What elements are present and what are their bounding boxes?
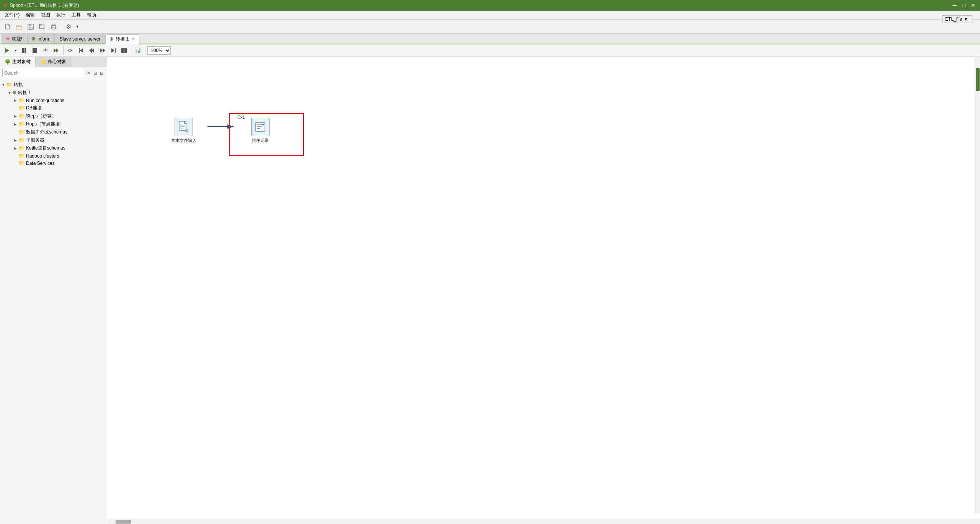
stepfwd-button[interactable]: [98, 46, 108, 55]
menu-file[interactable]: 文件(F): [2, 11, 23, 19]
tab-inform[interactable]: ✳ inform: [27, 34, 54, 44]
tree-db-connection[interactable]: ▶ 📁 DB连接: [0, 104, 107, 112]
open-button[interactable]: [14, 21, 24, 32]
svg-rect-11: [22, 48, 24, 53]
svg-rect-34: [256, 122, 265, 132]
tab-slave[interactable]: Slave server: server: [56, 34, 105, 44]
settings-button[interactable]: ⚙: [63, 21, 74, 32]
tree-sub-server[interactable]: ▶ 📁 子服务器: [0, 136, 107, 144]
menu-edit[interactable]: 编辑: [23, 11, 38, 19]
canvas-sep1: [63, 46, 64, 55]
inform-tab-label: inform: [38, 36, 50, 42]
core-objects-tab[interactable]: ⭐ 核心对象: [36, 57, 71, 67]
svg-rect-24: [121, 48, 124, 53]
collapse-all-button[interactable]: ⊟: [99, 70, 105, 76]
search-input[interactable]: [2, 69, 85, 77]
new-button[interactable]: [2, 21, 13, 32]
zoom-select[interactable]: 25% 50% 75% 100% 150% 200%: [147, 46, 171, 55]
horizontal-scrollbar[interactable]: [107, 519, 980, 524]
canvas-sep2: [131, 46, 131, 55]
dataservice-label: Data Services: [26, 161, 55, 166]
preview-button[interactable]: 👁: [41, 46, 51, 55]
hops-arrow: ▶: [14, 122, 18, 126]
tree-run-config[interactable]: ▶ 📁 Run configurations: [0, 97, 107, 104]
run-config-arrow: ▶: [14, 98, 18, 103]
subserver-arrow: ▶: [14, 138, 18, 142]
canvas-with-scroll: ↓ 文本文件输入 Cx1: [107, 57, 980, 519]
connector-svg: [107, 57, 980, 519]
tree-data-services[interactable]: ▶ 📁 Data Services: [0, 159, 107, 167]
tree-kettle-schemas[interactable]: ▶ 📁 Kettle集群schemas: [0, 144, 107, 152]
pause-button[interactable]: [19, 46, 29, 55]
menu-view[interactable]: 视图: [38, 11, 53, 19]
search-clear-button[interactable]: ✕: [87, 70, 91, 76]
subserver-label: 子服务器: [26, 137, 44, 143]
expand-all-button[interactable]: ⊞: [92, 70, 98, 76]
menu-run[interactable]: 执行: [53, 11, 69, 19]
tree-db-partitions[interactable]: ▶ 📁 数据库分区schemas: [0, 128, 107, 136]
node-text-input[interactable]: ↓ 文本文件输入: [171, 118, 196, 143]
save-button[interactable]: [25, 21, 36, 32]
svg-rect-0: [5, 24, 9, 29]
sort-records-icon: [251, 118, 270, 136]
maximize-button[interactable]: □: [960, 2, 968, 9]
vertical-scrollbar[interactable]: [975, 57, 980, 513]
svg-rect-16: [79, 48, 80, 53]
app-icon: ✳: [3, 2, 8, 8]
stepback-button[interactable]: [87, 46, 97, 55]
step-run-button[interactable]: [51, 46, 61, 55]
hadoop-icon: 📁: [18, 153, 24, 159]
object-tabs: 🌳 主对象树 ⭐ 核心对象: [0, 57, 107, 67]
tree-hadoop[interactable]: ▶ 📁 Hadoop clusters: [0, 152, 107, 159]
etl-file-dropdown[interactable]: ETL_file ▼: [942, 15, 972, 23]
v-scroll-thumb[interactable]: [976, 68, 980, 91]
steps-arrow: ▶: [14, 114, 18, 118]
canvas-area[interactable]: ↓ 文本文件输入 Cx1: [107, 57, 980, 519]
main-tree-tab[interactable]: 🌳 主对象树: [0, 57, 36, 67]
transform-tab-icon: ✳: [109, 36, 114, 42]
canvas-outer: ↓ 文本文件输入 Cx1: [107, 57, 980, 524]
first-button[interactable]: [76, 46, 86, 55]
subserver-icon: 📁: [18, 137, 24, 143]
root-arrow: ▼: [2, 83, 6, 87]
minimize-button[interactable]: ─: [951, 2, 959, 9]
node-sort-records[interactable]: 排序记录: [251, 118, 270, 143]
close-button[interactable]: ✕: [969, 2, 977, 9]
title-bar: ✳ Spoon - [ETL_file] 转换 1 (有变动) ─ □ ✕: [0, 0, 980, 11]
last-button[interactable]: [108, 46, 118, 55]
tab-welcome[interactable]: ✳ 欢迎!: [2, 34, 26, 44]
db-label: DB连接: [26, 105, 42, 111]
chart-button[interactable]: 📊: [133, 46, 143, 55]
run-dropdown[interactable]: ▼: [13, 46, 18, 55]
svg-rect-12: [24, 48, 26, 53]
svg-text:+: +: [43, 27, 44, 30]
saveas-button[interactable]: +: [37, 21, 47, 32]
menu-help[interactable]: 帮助: [84, 11, 99, 19]
print-button[interactable]: [48, 21, 59, 32]
replay-button[interactable]: ⟳: [65, 46, 75, 55]
stopall-button[interactable]: [119, 46, 129, 55]
h-scroll-thumb[interactable]: [116, 520, 131, 524]
svg-rect-28: [179, 121, 186, 130]
transform1-arrow: ▼: [8, 91, 12, 95]
search-bar: ✕ ⊞ ⊟: [0, 67, 107, 79]
tree-hops[interactable]: ▶ 📁 Hops（节点连接）: [0, 120, 107, 128]
svg-rect-8: [52, 27, 55, 29]
transform-tab-close[interactable]: ✕: [132, 37, 135, 42]
svg-rect-23: [115, 48, 116, 53]
tab-transform[interactable]: ✳ 转换 1 ✕: [105, 34, 139, 44]
stop-button[interactable]: [30, 46, 40, 55]
svg-marker-20: [100, 48, 103, 53]
db-icon: 📁: [18, 105, 24, 111]
menu-tools[interactable]: 工具: [69, 11, 84, 19]
tree-steps[interactable]: ▶ 📁 Steps（步骤）: [0, 112, 107, 120]
main-tree-label: 主对象树: [12, 59, 31, 65]
tree-root-transform[interactable]: ▼ 📁 转换: [0, 81, 107, 89]
tree-transform1[interactable]: ▼ ✳ 转换 1: [0, 89, 107, 97]
run-config-icon: 📁: [18, 98, 24, 103]
steps-icon: 📁: [18, 113, 24, 119]
run-button[interactable]: [2, 46, 12, 55]
settings-arrow[interactable]: ▼: [75, 21, 80, 32]
transform-tab-label: 转换 1: [116, 36, 129, 42]
svg-rect-2: [29, 24, 31, 26]
